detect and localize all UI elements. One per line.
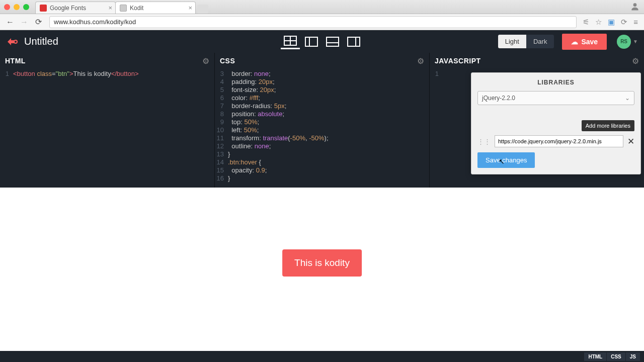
cloud-icon: ☁ <box>571 38 578 46</box>
panel-title-css: CSS <box>220 57 235 65</box>
browser-tab-google-fonts[interactable]: Google Fonts × <box>35 2 116 14</box>
close-icon[interactable]: × <box>188 4 192 12</box>
preview-button[interactable]: This is kodity <box>282 249 362 277</box>
kodhus-logo[interactable] <box>6 36 18 48</box>
url-text: www.kodhus.com/kodity/kod <box>54 18 136 26</box>
translate-icon[interactable]: ⚟ <box>583 18 589 27</box>
address-bar[interactable]: www.kodhus.com/kodity/kod <box>49 16 577 28</box>
panel-title-html: HTML <box>5 57 26 65</box>
svg-rect-7 <box>327 37 339 46</box>
document-title[interactable]: Untitled <box>24 36 58 47</box>
new-tab-button[interactable] <box>197 5 208 14</box>
theme-dark-button[interactable]: Dark <box>526 35 554 48</box>
tab-title: Kodit <box>130 5 143 12</box>
gear-icon[interactable]: ⚙ <box>417 56 424 66</box>
favicon-icon <box>120 5 127 12</box>
library-select[interactable]: jQuery-2.2.0 ⌄ <box>477 91 634 105</box>
library-selected: jQuery-2.2.0 <box>482 95 515 102</box>
browser-tab-kodit[interactable]: Kodit × <box>115 2 196 14</box>
avatar[interactable]: RS <box>617 35 631 49</box>
tab-title: Google Fonts <box>50 5 86 12</box>
svg-rect-9 <box>348 37 360 46</box>
save-changes-button[interactable]: Save changes ↖ <box>477 152 535 168</box>
back-button[interactable]: ← <box>4 16 16 28</box>
forward-button[interactable]: → <box>18 16 30 28</box>
profile-icon[interactable]: ▣ <box>608 18 615 27</box>
footer-tab-css[interactable]: CSS <box>607 352 625 361</box>
reload-button[interactable]: ⟳ <box>32 16 44 28</box>
window-minimize-icon[interactable] <box>14 4 20 10</box>
layout-quad-button[interactable] <box>281 34 300 49</box>
gear-icon[interactable]: ⚙ <box>202 56 209 66</box>
css-editor[interactable]: 3 border: none; 4 padding: 20px; 5 font-… <box>215 69 429 188</box>
user-icon[interactable] <box>630 2 640 12</box>
window-close-icon[interactable] <box>4 4 10 10</box>
svg-point-0 <box>633 3 637 7</box>
close-icon[interactable]: × <box>108 4 112 12</box>
save-changes-label: Save changes <box>486 156 527 164</box>
chevron-down-icon: ⌄ <box>625 95 630 102</box>
theme-light-button[interactable]: Light <box>498 35 526 48</box>
save-button[interactable]: ☁ Save <box>562 34 607 50</box>
panel-title-js: JAVASCRIPT <box>435 57 481 65</box>
layout-bottom-button[interactable] <box>323 34 342 49</box>
favicon-icon <box>40 5 47 12</box>
library-url-input[interactable] <box>495 135 623 147</box>
preview-pane: This is kodity <box>0 188 644 338</box>
window-zoom-icon[interactable] <box>23 4 29 10</box>
save-label: Save <box>581 38 598 46</box>
drag-handle-icon[interactable]: ⋮⋮ <box>477 138 491 145</box>
chevron-down-icon[interactable]: ▼ <box>633 39 638 44</box>
gear-icon[interactable]: ⚙ <box>632 56 639 66</box>
footer-tab-html[interactable]: HTML <box>584 352 606 361</box>
menu-icon[interactable]: ≡ <box>633 18 638 27</box>
close-icon[interactable]: ✕ <box>627 136 634 147</box>
popover-title: LIBRARIES <box>477 79 634 86</box>
add-more-libraries-button[interactable]: Add more libraries <box>582 120 634 131</box>
extensions-icon[interactable]: ⟳ <box>621 18 627 27</box>
footer-tab-js[interactable]: JS <box>626 352 640 361</box>
svg-rect-5 <box>305 37 317 46</box>
layout-left-button[interactable] <box>302 34 321 49</box>
svg-point-1 <box>14 40 17 43</box>
libraries-popover: LIBRARIES jQuery-2.2.0 ⌄ Add more librar… <box>471 72 641 174</box>
layout-right-button[interactable] <box>344 34 363 49</box>
bookmark-icon[interactable]: ☆ <box>595 18 602 27</box>
html-editor[interactable]: 1<button class="btn">This is kodity</but… <box>0 69 214 188</box>
